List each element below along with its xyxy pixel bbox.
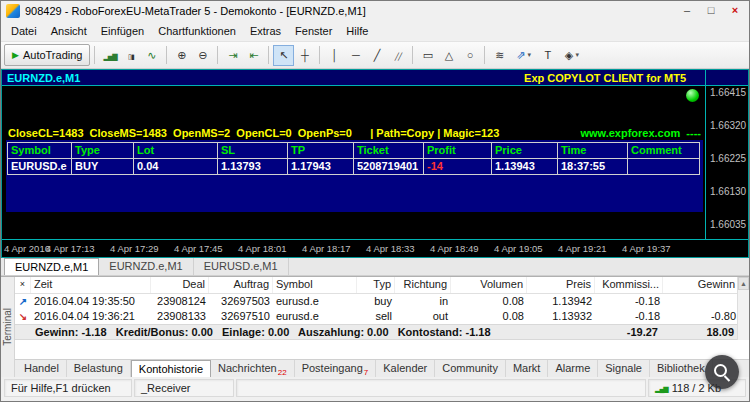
menu-chartfunktionen[interactable]: Chartfunktionen [151, 21, 243, 41]
status-spacer [236, 379, 646, 397]
toolbar-separator [166, 46, 167, 64]
window-controls: – □ × [675, 3, 747, 19]
autotrading-label: AutoTrading [23, 49, 83, 61]
menu-extras[interactable]: Extras [243, 21, 288, 41]
menu-datei[interactable]: Datei [4, 21, 44, 41]
menu-hilfe[interactable]: Hilfe [339, 21, 375, 41]
col-auftrag[interactable]: Auftrag [209, 277, 273, 293]
bar-chart-icon: ▂▅▇ [103, 53, 116, 60]
chart-shift-button[interactable]: ⇤ [243, 45, 264, 66]
col-preis[interactable]: Preis [527, 277, 595, 293]
autotrading-button[interactable]: ▶ AutoTrading [4, 44, 90, 66]
chart-tab-eurnzd-1[interactable]: EURNZD.e,M1 [4, 258, 99, 275]
cell-zeit: 2016.04.04 19:35:50 [31, 294, 151, 309]
ea-status-icon[interactable] [686, 89, 699, 102]
pos-col-profit: Profit [424, 143, 492, 159]
col-volumen[interactable]: Volumen [451, 277, 527, 293]
zoom-out-button[interactable]: ⊖ [192, 45, 213, 66]
terminal-header-row: × Zeit Deal Auftrag Symbol Typ Richtung … [15, 277, 737, 294]
scroll-up-icon[interactable]: ▲ [738, 277, 749, 290]
time-axis[interactable]: 4 Apr 2016 4 Apr 17:13 4 Apr 17:29 4 Apr… [2, 240, 748, 258]
tab-markt[interactable]: Markt [506, 360, 549, 377]
col-zeit[interactable]: Zeit [31, 277, 151, 293]
tab-alarme[interactable]: Alarme [548, 360, 598, 377]
price-scale[interactable]: 1.66415 1.66320 1.66225 1.66130 1.66035 [706, 70, 749, 239]
auto-scroll-button[interactable]: ⇥ [222, 45, 243, 66]
col-symbol[interactable]: Symbol [273, 277, 357, 293]
toolbar-separator [412, 46, 413, 64]
chart-area[interactable]: EURNZD.e,M1 Exp COPYLOT CLIENT for MT5 C… [1, 69, 749, 258]
chart-tab-eurnzd-2[interactable]: EURNZD.e,M1 [99, 258, 193, 275]
app-icon [6, 4, 20, 18]
pos-col-ticket: Ticket [354, 143, 424, 159]
zoom-in-button[interactable]: ⊕ [171, 45, 192, 66]
tab-nachrichten[interactable]: Nachrichten22 [211, 360, 295, 377]
ellipse-button[interactable]: ○ [459, 45, 480, 66]
channel-button[interactable]: ╱╱ [387, 45, 408, 66]
col-gewinn[interactable]: Gewinn [663, 277, 739, 293]
time-label: 4 Apr 18:01 [238, 243, 287, 254]
unread-badge: 7 [364, 368, 368, 377]
close-button[interactable]: × [723, 3, 747, 19]
tab-label: Bibliothek [657, 362, 705, 374]
crosshair-button[interactable]: ┼ [294, 45, 315, 66]
horizontal-line-button[interactable]: ─ [345, 45, 366, 66]
tab-label: Posteingang [302, 362, 363, 374]
pos-type: BUY [72, 159, 134, 175]
close-terminal-icon[interactable]: × [15, 277, 31, 293]
line-chart-icon: ∿ [147, 49, 156, 61]
tab-bibliothek[interactable]: Bibliothek [650, 360, 713, 377]
rectangle-button[interactable]: ▭ [417, 45, 438, 66]
pos-lot: 0.04 [134, 159, 218, 175]
line-chart-button[interactable]: ∿ [141, 45, 162, 66]
vertical-line-button[interactable]: │ [324, 45, 345, 66]
terminal-scrollbar[interactable]: ▲ [737, 277, 749, 340]
minimize-button[interactable]: – [675, 3, 699, 19]
chevron-down-icon[interactable]: ▾ [575, 51, 585, 59]
ea-stats-text: CloseCL=1483 CloseMS=1483 OpenMS=2 OpenC… [8, 127, 499, 139]
time-label: 4 Apr 19:21 [558, 243, 607, 254]
candlestick-button[interactable]: ▯▮ [120, 45, 141, 66]
cell-kommission: -0.18 [595, 309, 663, 324]
tab-handel[interactable]: Handel [17, 360, 67, 377]
bar-chart-button[interactable]: ▂▅▇ [99, 45, 120, 66]
cell-symbol: eurusd.e [273, 294, 357, 309]
terminal-side-label: Terminal [1, 277, 15, 377]
zoom-overlay-button[interactable] [705, 355, 739, 389]
history-row[interactable]: ↘ 2016.04.04 19:36:21 23908133 32697510 … [15, 309, 737, 324]
history-row[interactable]: ↗ 2016.04.04 19:35:50 23908124 32697503 … [15, 294, 737, 309]
text-tool-button[interactable]: T [537, 45, 558, 66]
fibonacci-button[interactable]: ≋ [489, 45, 510, 66]
tab-community[interactable]: Community [435, 360, 506, 377]
triangle-button[interactable]: △ [438, 45, 459, 66]
pos-tp: 1.17943 [288, 159, 354, 175]
col-richtung[interactable]: Richtung [395, 277, 451, 293]
autotrading-play-icon: ▶ [12, 50, 19, 60]
cursor-button[interactable]: ↖ [273, 45, 294, 66]
tab-posteingang[interactable]: Posteingang7 [295, 360, 377, 377]
chart-tab-bar: EURNZD.e,M1 EURNZD.e,M1 EURUSD.e,M1 [1, 258, 749, 276]
trendline-button[interactable]: ╱ [366, 45, 387, 66]
tab-label: Signale [605, 362, 642, 374]
triangle-icon: △ [445, 49, 453, 61]
tab-belastung[interactable]: Belastung [67, 360, 131, 377]
pos-comment [628, 159, 700, 175]
menu-fenster[interactable]: Fenster [288, 21, 339, 41]
menu-einfuegen[interactable]: Einfügen [94, 21, 151, 41]
chart-tab-eurusd[interactable]: EURUSD.e,M1 [194, 258, 289, 275]
col-kommission[interactable]: Kommissi... [595, 277, 663, 293]
tab-signale[interactable]: Signale [598, 360, 650, 377]
col-deal[interactable]: Deal [151, 277, 209, 293]
menu-ansicht[interactable]: Ansicht [44, 21, 94, 41]
cell-richtung: in [395, 294, 451, 309]
toolbar-separator [319, 46, 320, 64]
pos-col-tp: TP [288, 143, 354, 159]
tab-kontohistorie[interactable]: Kontohistorie [131, 360, 211, 377]
maximize-button[interactable]: □ [699, 3, 723, 19]
chevron-down-icon[interactable]: ▾ [527, 51, 537, 59]
zoom-in-icon: ⊕ [177, 49, 186, 61]
ea-website-label: www.expforex.com ---- [580, 127, 701, 139]
col-typ[interactable]: Typ [357, 277, 395, 293]
tab-kalender[interactable]: Kalender [376, 360, 435, 377]
status-bar: Für Hilfe,F1 drücken _Receiver ▂▄▆ 118 /… [1, 377, 749, 401]
